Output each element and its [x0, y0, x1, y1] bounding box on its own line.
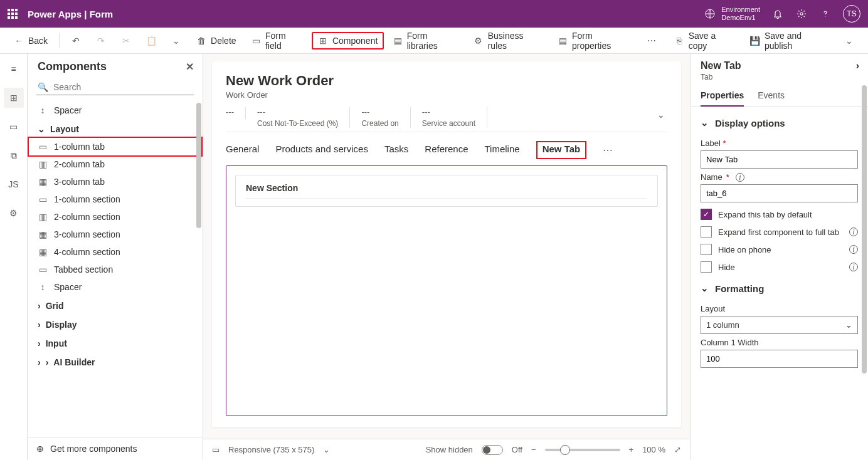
formatting-section[interactable]: ⌄Formatting: [701, 279, 858, 300]
hamburger-icon[interactable]: ≡: [4, 59, 24, 79]
business-rules-button[interactable]: ⚙Business rules: [467, 27, 549, 55]
spacer-icon: ↕: [38, 282, 48, 292]
grid-group[interactable]: ›Grid: [28, 296, 203, 315]
save-copy-button[interactable]: ⎘Save a copy: [668, 27, 741, 55]
delete-button[interactable]: 🗑Delete: [190, 32, 242, 50]
tab-more-icon[interactable]: ⋯: [603, 144, 613, 156]
comp-tabbed-section[interactable]: ▭Tabbed section: [28, 261, 203, 278]
redo-button[interactable]: ↷: [90, 32, 112, 50]
comp-2-column-tab[interactable]: ▥2-column tab: [28, 155, 203, 173]
form-canvas[interactable]: New Work Order Work Order --- ---Cost No…: [212, 61, 681, 427]
show-hidden-toggle[interactable]: [482, 445, 503, 455]
get-more-label: Get more components: [50, 444, 137, 454]
avatar[interactable]: TS: [843, 5, 860, 23]
meta-chevron-icon[interactable]: ⌄: [655, 107, 667, 122]
tab-reference[interactable]: Reference: [425, 141, 468, 159]
form-field-button[interactable]: ▭Form field: [245, 27, 309, 55]
comp-3-column-tab[interactable]: ▦3-column tab: [28, 173, 203, 191]
label-input[interactable]: [701, 150, 858, 169]
expand-first-checkbox[interactable]: Expand first component to full tabi: [701, 226, 858, 238]
hide-phone-checkbox[interactable]: Hide on phonei: [701, 244, 858, 255]
info-icon[interactable]: i: [849, 263, 858, 271]
info-icon[interactable]: i: [849, 227, 858, 236]
more-button[interactable]: ⋯: [640, 32, 663, 50]
bell-icon[interactable]: [771, 8, 784, 20]
app-title: Power Apps | Form: [28, 9, 113, 19]
paste-button[interactable]: 📋: [140, 32, 162, 50]
layout-group[interactable]: ⌄Layout: [28, 119, 203, 138]
comp-3-column-section[interactable]: ▦3-column section: [28, 226, 203, 243]
undo-button[interactable]: ↶: [65, 32, 87, 50]
back-label: Back: [28, 36, 48, 46]
fit-icon[interactable]: ⤢: [674, 445, 681, 454]
tab-products[interactable]: Products and services: [275, 141, 368, 159]
expand-icon[interactable]: ›: [856, 60, 859, 71]
components-rail-icon[interactable]: ⊞: [4, 88, 24, 108]
zoom-out-button[interactable]: −: [531, 445, 536, 454]
save-publish-button[interactable]: 💾Save and publish: [744, 27, 835, 55]
zoom-in-button[interactable]: +: [629, 445, 634, 454]
form-field-rail-icon[interactable]: ▭: [4, 117, 24, 137]
comp-1-column-section[interactable]: ▭1-column section: [28, 191, 203, 208]
tab-new-tab[interactable]: New Tab: [536, 141, 587, 159]
layout-select[interactable]: 1 column⌄: [701, 316, 858, 334]
comp-label: 1-column tab: [54, 142, 105, 152]
save-publish-dropdown[interactable]: ⌄: [838, 32, 860, 50]
display-group[interactable]: ›Display: [28, 315, 203, 333]
svg-point-1: [800, 13, 803, 15]
comp-spacer2[interactable]: ↕Spacer: [28, 278, 203, 296]
gear-icon[interactable]: [795, 8, 808, 20]
name-input[interactable]: [701, 184, 858, 202]
chevron-down-icon: ⌄: [701, 117, 709, 128]
tab-timeline[interactable]: Timeline: [485, 141, 520, 159]
more-icon: ⋯: [647, 36, 657, 46]
props-tab-events[interactable]: Events: [758, 86, 785, 107]
comp-1-column-tab[interactable]: ▭1-column tab: [28, 137, 203, 157]
search-input[interactable]: [53, 82, 193, 92]
close-icon[interactable]: ✕: [186, 61, 194, 73]
meta-cost[interactable]: ---Cost Not-To-Exceed (%): [257, 107, 350, 128]
tab3-icon: ▦: [38, 177, 48, 187]
search-input-wrap[interactable]: 🔍: [36, 80, 194, 95]
cut-button[interactable]: ✂: [115, 32, 137, 50]
comp-4-column-section[interactable]: ▦4-column section: [28, 243, 203, 261]
info-icon[interactable]: i: [736, 173, 744, 182]
info-icon[interactable]: i: [849, 245, 858, 254]
back-button[interactable]: ←Back: [8, 32, 54, 50]
form-properties-button[interactable]: ▤Form properties: [552, 27, 638, 55]
rules-rail-icon[interactable]: ⚙: [4, 203, 24, 223]
input-group[interactable]: ›Input: [28, 333, 203, 352]
form-libraries-button[interactable]: ▤Form libraries: [386, 27, 465, 55]
meta-account[interactable]: ---Service account: [422, 107, 487, 128]
tree-rail-icon[interactable]: ⧉: [4, 145, 24, 165]
comp-2-column-section[interactable]: ▥2-column section: [28, 208, 203, 226]
paste-dropdown[interactable]: ⌄: [165, 32, 188, 50]
new-section[interactable]: New Section: [235, 175, 658, 207]
expand-default-checkbox[interactable]: ✓Expand this tab by default: [701, 209, 858, 220]
section-label: Display options: [715, 118, 785, 128]
hide-checkbox[interactable]: Hidei: [701, 261, 858, 273]
scrollbar[interactable]: [862, 85, 867, 374]
component-button[interactable]: ⊞Component: [312, 32, 384, 50]
environment-picker[interactable]: Environment DemoEnv1: [704, 6, 760, 22]
comp-spacer[interactable]: ↕Spacer: [28, 102, 203, 119]
props-tab-properties[interactable]: Properties: [701, 86, 744, 107]
display-options-section[interactable]: ⌄Display options: [701, 113, 858, 135]
meta-price[interactable]: ---: [226, 107, 246, 119]
tab-general[interactable]: General: [226, 141, 259, 159]
layout-field-label: Layout: [701, 304, 858, 313]
tab-tasks[interactable]: Tasks: [384, 141, 408, 159]
code-rail-icon[interactable]: JS: [4, 174, 24, 194]
tab-body[interactable]: New Section: [226, 165, 667, 416]
zoom-slider[interactable]: [545, 449, 620, 451]
meta-created[interactable]: ---Created on: [361, 107, 410, 128]
media-group[interactable]: ››AI Builder: [28, 352, 203, 371]
help-icon[interactable]: [819, 8, 832, 20]
get-more-components[interactable]: ⊕Get more components: [28, 437, 203, 460]
waffle-icon[interactable]: [8, 9, 18, 19]
chevron-down-icon[interactable]: ⌄: [323, 445, 330, 454]
comp-label: 3-column tab: [54, 177, 105, 187]
responsive-selector[interactable]: Responsive (735 x 575): [228, 445, 314, 454]
scrollbar[interactable]: [196, 103, 201, 228]
col1-width-input[interactable]: [701, 350, 858, 368]
